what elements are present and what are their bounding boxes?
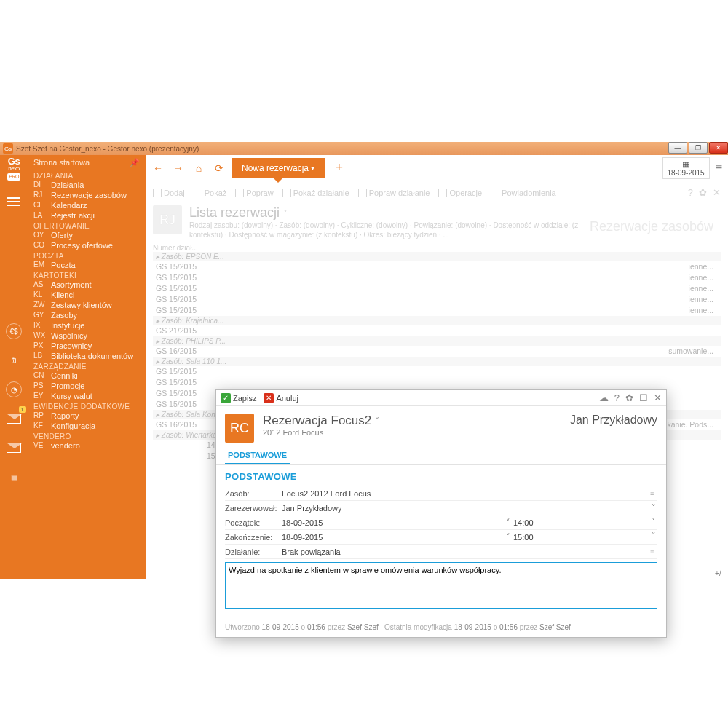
window-minimize-button[interactable]: — [668, 142, 687, 154]
cancel-button[interactable]: ✕Anuluj [264, 393, 298, 403]
sidebar-item[interactable]: COProcesy ofertowe [28, 240, 146, 250]
column-header: Numer dział... [153, 244, 721, 252]
gear-icon[interactable]: ✿ [699, 187, 707, 198]
menu-icon[interactable]: ≡ [650, 548, 657, 555]
table-row[interactable]: GS 15/2015ienne... [153, 305, 721, 316]
dialog-subtitle: 2012 Ford Focus [263, 428, 379, 437]
toolbar-item[interactable]: Popraw działanie [358, 189, 430, 197]
sidebar-item[interactable]: LARejestr akcji [28, 210, 146, 221]
sidebar-item[interactable]: CLKalendarz [28, 200, 146, 210]
toolbar-item[interactable]: Popraw [235, 189, 273, 197]
chevron-down-icon[interactable]: ˅ [375, 416, 379, 427]
poczatek-time-field[interactable]: 14:00 [512, 517, 650, 529]
table-row[interactable]: GS 16/2015sumowanie... [153, 346, 721, 357]
sidebar-item[interactable]: ZWZestawy klientów [28, 300, 146, 310]
sidebar-item[interactable]: RPRaporty [28, 411, 146, 421]
sidebar-item[interactable]: EMPoczta [28, 260, 146, 270]
group-row[interactable]: ▸ Zasób: Sala 110 1... [153, 357, 721, 366]
sidebar-section: VENDERO [28, 431, 146, 440]
group-row[interactable]: ▸ Zasób: EPSON E... [153, 252, 721, 261]
table-row[interactable]: GS 21/2015 [153, 325, 721, 336]
sidebar-item[interactable]: ASAsortyment [28, 280, 146, 290]
close-icon[interactable]: ✕ [654, 392, 662, 403]
help-icon[interactable]: ? [614, 392, 620, 403]
nav-back-icon[interactable]: ← [150, 160, 166, 176]
sidebar-item[interactable]: OYOferty [28, 230, 146, 240]
left-rail: Gs nexo PRO €$ 🗓 ◔ 1 ▤ [0, 155, 28, 579]
zarezerwowal-field[interactable]: Jan Przykładowy [280, 502, 650, 514]
table-row[interactable]: GS 15/2015 [153, 377, 721, 388]
sidebar-item[interactable]: KFKonfiguracja [28, 421, 146, 431]
chevron-down-icon[interactable]: ˅ [505, 532, 512, 542]
tab-podstawowe[interactable]: PODSTAWOWE [225, 447, 290, 464]
sidebar-item[interactable]: GYZasoby [28, 310, 146, 320]
sidebar-item[interactable]: LBBiblioteka dokumentów [28, 351, 146, 361]
list-title: Lista rezerwacji [189, 205, 280, 220]
sidebar-item[interactable]: VEvendero [28, 440, 146, 451]
sidebar-item[interactable]: RJRezerwacje zasobów [28, 190, 146, 200]
sidebar: Strona startowa 📌 DZIAŁANIADIDziałaniaRJ… [28, 155, 146, 579]
zakonczenie-time-field[interactable]: 15:00 [512, 531, 650, 543]
pin-icon[interactable]: 📌 [130, 158, 140, 167]
toolbar-item[interactable]: Powiadomienia [491, 189, 556, 197]
window-close-button[interactable]: ✕ [709, 142, 728, 154]
maximize-icon[interactable]: ☐ [639, 392, 648, 403]
hamburger-icon[interactable]: ≡ [716, 162, 722, 175]
calendar-clock-icon[interactable]: 🗓 [6, 352, 22, 368]
clock-icon[interactable]: ◔ [6, 381, 22, 397]
table-row[interactable]: GS 15/2015ienne... [153, 283, 721, 294]
zakonczenie-date-field[interactable]: 18-09-2015 [280, 531, 505, 543]
dialog-title: Rezerwacja Focus2 [263, 414, 371, 427]
tab-add-button[interactable]: + [329, 160, 349, 175]
table-row[interactable]: GS 15/2015 [153, 366, 721, 377]
nav-forward-icon[interactable]: → [170, 160, 186, 176]
sidebar-item[interactable]: PSPromocje [28, 381, 146, 391]
gear-icon[interactable]: ✿ [625, 392, 633, 403]
expand-toggle[interactable]: +/- [715, 569, 724, 577]
help-icon[interactable]: ? [688, 187, 693, 198]
sidebar-item[interactable]: DIDziałania [28, 180, 146, 190]
mail-badge-icon[interactable]: 1 [6, 411, 22, 427]
table-row[interactable]: GS 15/2015ienne... [153, 261, 721, 272]
toolbar-item[interactable]: Pokaż działanie [282, 189, 349, 197]
nav-reload-icon[interactable]: ⟳ [211, 160, 227, 176]
currency-icon[interactable]: €$ [6, 323, 22, 339]
chevron-down-icon[interactable]: ˅ [650, 503, 657, 513]
toolbar-item[interactable]: Operacje [438, 189, 482, 197]
group-row[interactable]: ▸ Zasób: PHILIPS P... [153, 336, 721, 346]
menu-icon[interactable] [7, 201, 20, 202]
mail-icon[interactable] [6, 440, 22, 456]
close-icon[interactable]: ✕ [713, 187, 721, 198]
toolbar-item[interactable]: Pokaż [194, 189, 227, 197]
zasob-field[interactable]: Focus2 2012 Ford Focus [280, 488, 650, 499]
certificate-icon[interactable]: ▤ [6, 469, 22, 485]
window-maximize-button[interactable]: ❐ [689, 142, 708, 154]
table-row[interactable]: GS 15/2015ienne... [153, 272, 721, 283]
sidebar-item[interactable]: EYKursy walut [28, 391, 146, 401]
chevron-down-icon[interactable]: ˅ [650, 531, 657, 543]
sidebar-item[interactable]: CNCenniki [28, 371, 146, 381]
dialog-user: Jan Przykładowy [570, 414, 657, 427]
sidebar-item[interactable]: WXWspólnicy [28, 331, 146, 341]
nav-home-icon[interactable]: ⌂ [191, 160, 207, 176]
list-filters[interactable]: Rodzaj zasobu: (dowolny) · Zasób: (dowol… [189, 221, 582, 240]
group-row[interactable]: ▸ Zasób: Krajalnica... [153, 316, 721, 325]
sidebar-home[interactable]: Strona startowa [33, 158, 90, 167]
chevron-down-icon[interactable]: ˅ [650, 517, 657, 529]
table-row[interactable]: GS 15/2015ienne... [153, 294, 721, 305]
description-textarea[interactable] [225, 562, 657, 609]
sidebar-item[interactable]: PXPracownicy [28, 341, 146, 351]
tab-active[interactable]: Nowa rezerwacja ▾ [232, 158, 325, 178]
chevron-down-icon[interactable]: ˅ [505, 518, 512, 527]
save-button[interactable]: ✓Zapisz [221, 393, 256, 403]
window-titlebar: Gs Szef Szef na Gestor_nexo - Gestor nex… [0, 142, 728, 155]
sidebar-item[interactable]: IXInstytucje [28, 320, 146, 331]
menu-icon[interactable]: ≡ [650, 490, 657, 497]
sidebar-item[interactable]: KLKlienci [28, 290, 146, 300]
date-picker[interactable]: ▦ 18-09-2015 [662, 157, 710, 179]
poczatek-date-field[interactable]: 18-09-2015 [280, 517, 505, 529]
toolbar-item[interactable]: Dodaj [153, 189, 185, 197]
cloud-icon[interactable]: ☁ [599, 392, 609, 403]
dzialanie-field[interactable]: Brak powiązania [280, 546, 650, 558]
chevron-down-icon[interactable]: ▾ [311, 164, 314, 172]
